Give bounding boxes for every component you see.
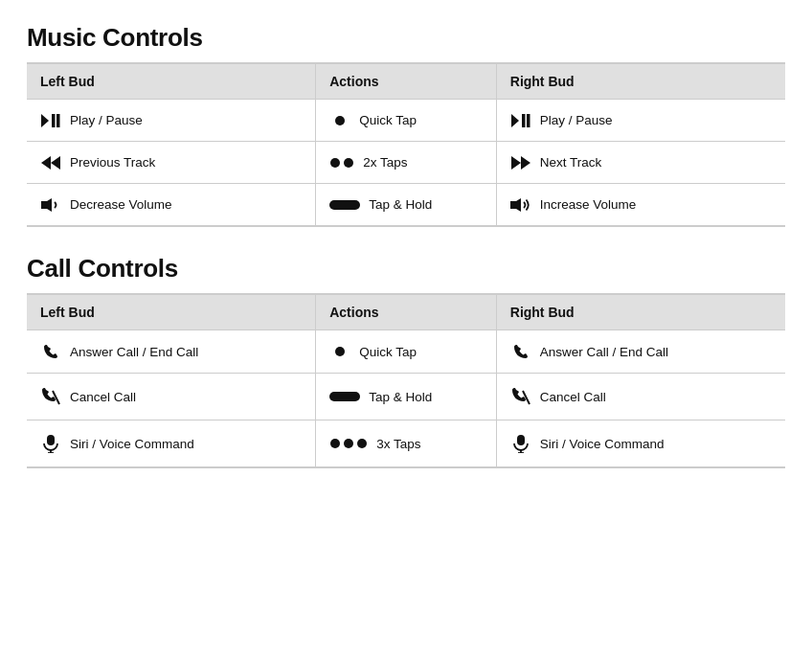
left-cell-2: Siri / Voice Command [27, 420, 316, 468]
music-header-left: Left Bud [27, 63, 316, 100]
table-row: Siri / Voice Command3x Taps Siri / Voice… [27, 420, 785, 468]
mic-icon [40, 434, 61, 453]
dot-single-icon [329, 115, 350, 126]
svg-marker-12 [521, 156, 530, 170]
tap-hold-icon [329, 198, 360, 212]
call-header-right: Right Bud [496, 294, 785, 330]
table-row: Decrease VolumeTap & Hold Increase Volum… [27, 184, 785, 227]
call-controls-title: Call Controls [27, 254, 785, 284]
svg-marker-0 [41, 114, 49, 127]
svg-point-24 [344, 439, 353, 448]
right-cell-2: Increase Volume [496, 184, 785, 227]
left-cell-1: Cancel Call [27, 374, 316, 420]
left-bud-label: Cancel Call [70, 390, 136, 404]
svg-rect-26 [517, 435, 525, 445]
dot-single-icon [329, 346, 350, 357]
svg-marker-15 [510, 198, 521, 212]
call-header-left: Left Bud [27, 294, 316, 330]
dot-double-icon [329, 157, 354, 169]
right-bud-label: Cancel Call [540, 390, 606, 404]
svg-marker-13 [41, 198, 52, 212]
phone-cancel-icon [510, 387, 531, 406]
svg-rect-1 [52, 114, 56, 127]
svg-rect-2 [56, 114, 60, 127]
svg-point-16 [335, 347, 345, 356]
right-cell-1: Cancel Call [496, 374, 785, 420]
svg-point-23 [330, 439, 340, 448]
left-bud-label: Play / Pause [70, 113, 143, 127]
action-label: Tap & Hold [369, 390, 432, 404]
play-pause-icon [510, 114, 531, 127]
dot-triple-icon [329, 438, 368, 449]
music-controls-title: Music Controls [27, 23, 785, 53]
left-bud-label: Answer Call / End Call [70, 345, 198, 359]
right-cell-1: Next Track [496, 142, 785, 184]
music-header-action: Actions [316, 63, 497, 100]
call-controls-table: Left Bud Actions Right Bud Answer Call /… [27, 293, 785, 468]
svg-rect-5 [522, 114, 526, 127]
action-cell-1: Tap & Hold [316, 374, 497, 420]
mic-icon [510, 434, 531, 453]
svg-rect-6 [527, 114, 530, 127]
right-bud-label: Answer Call / End Call [540, 345, 668, 359]
left-bud-label: Siri / Voice Command [70, 437, 194, 451]
table-row: Play / PauseQuick Tap Play / Pause [27, 100, 785, 142]
svg-rect-20 [47, 435, 55, 445]
right-bud-label: Play / Pause [540, 113, 613, 127]
call-header-action: Actions [316, 294, 497, 330]
right-cell-0: Answer Call / End Call [496, 330, 785, 374]
phone-cancel-icon [40, 387, 61, 406]
action-label: Tap & Hold [369, 197, 432, 212]
phone-icon [510, 344, 531, 359]
prev-track-icon [40, 156, 61, 170]
action-cell-0: Quick Tap [316, 330, 497, 374]
left-cell-0: Answer Call / End Call [27, 330, 316, 374]
svg-point-25 [357, 439, 367, 448]
music-header-right: Right Bud [496, 63, 785, 100]
music-controls-table: Left Bud Actions Right Bud Play / PauseQ… [27, 62, 785, 227]
play-pause-icon [40, 114, 61, 127]
action-cell-0: Quick Tap [316, 100, 497, 142]
svg-point-9 [330, 158, 340, 168]
tap-hold-icon [329, 390, 360, 403]
action-label: Quick Tap [359, 113, 417, 127]
right-cell-0: Play / Pause [496, 100, 785, 142]
svg-rect-18 [329, 392, 360, 401]
svg-marker-4 [511, 114, 519, 127]
phone-icon [40, 344, 61, 359]
right-bud-label: Increase Volume [540, 197, 637, 212]
svg-marker-8 [51, 156, 60, 170]
svg-point-10 [344, 158, 353, 168]
volume-up-icon [510, 198, 531, 212]
action-label: 2x Taps [363, 155, 407, 170]
svg-marker-7 [41, 156, 51, 170]
left-cell-2: Decrease Volume [27, 184, 316, 227]
table-row: Cancel CallTap & Hold Cancel Call [27, 374, 785, 420]
right-bud-label: Siri / Voice Command [540, 437, 665, 451]
table-row: Answer Call / End CallQuick Tap Answer C… [27, 330, 785, 374]
left-cell-0: Play / Pause [27, 100, 316, 142]
svg-marker-11 [511, 156, 521, 170]
left-bud-label: Previous Track [70, 155, 155, 170]
next-track-icon [510, 156, 531, 170]
right-bud-label: Next Track [540, 155, 602, 170]
action-cell-1: 2x Taps [316, 142, 497, 184]
action-label: Quick Tap [359, 345, 417, 359]
left-bud-label: Decrease Volume [70, 197, 172, 212]
left-cell-1: Previous Track [27, 142, 316, 184]
svg-rect-14 [329, 200, 360, 210]
table-row: Previous Track2x Taps Next Track [27, 142, 785, 184]
action-cell-2: Tap & Hold [316, 184, 497, 227]
action-label: 3x Taps [376, 437, 420, 451]
svg-point-3 [335, 116, 345, 125]
right-cell-2: Siri / Voice Command [496, 420, 785, 468]
action-cell-2: 3x Taps [316, 420, 497, 468]
volume-down-icon [40, 198, 61, 212]
